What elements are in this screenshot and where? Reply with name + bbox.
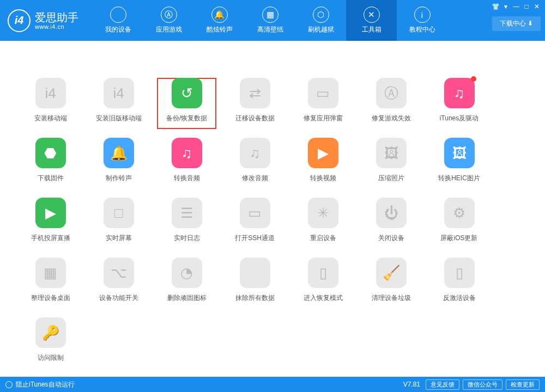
check-update-button[interactable]: 检查更新 [506, 379, 540, 390]
tool-icon: ↺ [172, 78, 202, 108]
tool-备份/恢复数据[interactable]: ↺备份/恢复数据 [153, 74, 221, 133]
tool-label: 设备功能开关 [99, 293, 138, 303]
nav-label: 刷机越狱 [308, 25, 334, 34]
tool-icon: ♫ [444, 78, 475, 108]
tool-下载固件[interactable]: ⬣下载固件 [16, 133, 84, 193]
tool-重启设备[interactable]: ✳重启设备 [289, 193, 357, 253]
menu-dropdown-icon[interactable]: ▾ [501, 2, 511, 11]
tool-屏蔽iOS更新[interactable]: ⚙屏蔽iOS更新 [425, 193, 493, 253]
tool-label: 修改音频 [242, 174, 268, 183]
tool-设备功能开关[interactable]: ⌥设备功能开关 [84, 253, 153, 313]
tool-icon: ⌥ [104, 258, 134, 288]
tool-转换音频[interactable]: ♫转换音频 [153, 133, 221, 193]
tool-进入恢复模式[interactable]: ▯进入恢复模式 [289, 253, 357, 313]
nav-label: 高清壁纸 [257, 25, 283, 34]
tool-label: 整理设备桌面 [31, 293, 70, 303]
tool-label: iTunes及驱动 [440, 114, 479, 123]
window-controls: 👕 ▾ — □ ✕ [487, 0, 545, 13]
tool-整理设备桌面[interactable]: ▦整理设备桌面 [16, 253, 84, 313]
nav-icon: ✕ [364, 7, 380, 23]
tool-修复应用弹窗[interactable]: ▭修复应用弹窗 [289, 74, 357, 133]
maximize-button[interactable]: □ [522, 2, 531, 11]
tool-反激活设备[interactable]: ▯反激活设备 [425, 253, 493, 313]
wechat-button[interactable]: 微信公众号 [463, 379, 502, 390]
tool-压缩照片[interactable]: 🖼压缩照片 [357, 133, 425, 193]
tool-icon: ♫ [240, 138, 270, 168]
logo-text: 爱思助手 www.i4.cn [35, 11, 78, 30]
nav-item-4[interactable]: ⬡刷机越狱 [295, 0, 346, 41]
itunes-block-toggle[interactable]: 阻止iTunes自动运行 [5, 380, 75, 389]
tool-icon: ✳ [308, 198, 338, 228]
tool-迁移设备数据[interactable]: ⇄迁移设备数据 [221, 74, 289, 133]
tool-label: 备份/恢复数据 [166, 114, 207, 123]
tool-icon: ☰ [172, 198, 202, 228]
minimize-button[interactable]: — [511, 2, 521, 11]
tool-icon: ▶ [308, 138, 338, 168]
nav-item-5[interactable]: ✕工具箱 [346, 0, 397, 41]
tool-制作铃声[interactable]: 🔔制作铃声 [84, 133, 153, 193]
tool-icon: ⇄ [240, 78, 270, 108]
tool-打开SSH通道[interactable]: ▭打开SSH通道 [221, 193, 289, 253]
nav-label: 应用游戏 [156, 25, 182, 34]
tool-icon: ▭ [308, 78, 338, 108]
tool-label: 反激活设备 [443, 293, 476, 303]
tool-label: 重启设备 [310, 234, 336, 243]
tool-label: 删除顽固图标 [167, 293, 207, 303]
nav-icon: i [414, 7, 431, 23]
tool-label: 迁移设备数据 [235, 114, 275, 123]
tool-安装移动端[interactable]: i4安装移动端 [16, 74, 84, 133]
tool-icon: ▶ [35, 198, 66, 228]
tool-清理设备垃圾[interactable]: 🧹清理设备垃圾 [357, 253, 425, 313]
version-label: V7.81 [403, 381, 420, 388]
tool-实时屏幕[interactable]: □实时屏幕 [84, 193, 153, 253]
tool-手机投屏直播[interactable]: ▶手机投屏直播 [16, 193, 84, 253]
nav-icon: 🔔 [211, 7, 228, 23]
tool-label: 修复游戏失效 [372, 114, 411, 123]
close-button[interactable]: ✕ [532, 2, 542, 11]
tool-安装旧版移动端[interactable]: i4安装旧版移动端 [84, 74, 153, 133]
download-center-button[interactable]: 下载中心 ⬇ [492, 16, 541, 31]
tool-访问限制[interactable]: 🔑访问限制 [16, 313, 84, 373]
tool-label: 关闭设备 [378, 234, 404, 243]
tool-删除顽固图标[interactable]: ◔删除顽固图标 [153, 253, 221, 313]
footer-right: V7.81 意见反馈 微信公众号 检查更新 [403, 379, 540, 390]
tool-icon: ▦ [35, 258, 66, 288]
tool-label: 屏蔽iOS更新 [440, 234, 477, 243]
tool-label: 进入恢复模式 [304, 293, 343, 303]
nav-item-1[interactable]: Ⓐ应用游戏 [143, 0, 194, 41]
tool-icon: 🧹 [376, 258, 407, 288]
tool-icon: i4 [104, 78, 134, 108]
tool-label: 安装旧版移动端 [96, 114, 142, 123]
tool-抹除所有数据[interactable]: 抹除所有数据 [221, 253, 289, 313]
tool-label: 转换视频 [310, 174, 336, 183]
tool-转换视频[interactable]: ▶转换视频 [289, 133, 357, 193]
tool-实时日志[interactable]: ☰实时日志 [153, 193, 221, 253]
tool-iTunes及驱动[interactable]: ♫iTunes及驱动 [425, 74, 493, 133]
tool-icon: ▭ [240, 198, 270, 228]
app-title: 爱思助手 [35, 11, 78, 23]
tool-修改音频[interactable]: ♫修改音频 [221, 133, 289, 193]
tool-icon: □ [104, 198, 134, 228]
logo[interactable]: i4 爱思助手 www.i4.cn [0, 9, 86, 32]
tool-icon: ▯ [308, 258, 338, 288]
nav-label: 酷炫铃声 [207, 25, 233, 34]
tool-icon: ⚙ [444, 198, 475, 228]
tool-label: 访问限制 [38, 353, 64, 363]
tool-icon: 🔑 [35, 317, 66, 348]
nav-item-3[interactable]: ▦高清壁纸 [245, 0, 295, 41]
feedback-button[interactable]: 意见反馈 [426, 379, 459, 390]
nav-item-2[interactable]: 🔔酷炫铃声 [194, 0, 245, 41]
logo-badge-icon: i4 [8, 9, 31, 32]
tool-icon: ♫ [172, 138, 202, 168]
skin-icon[interactable]: 👕 [491, 2, 500, 11]
tool-修复游戏失效[interactable]: Ⓐ修复游戏失效 [357, 74, 425, 133]
status-bar: 阻止iTunes自动运行 V7.81 意见反馈 微信公众号 检查更新 [0, 377, 545, 392]
app-header: i4 爱思助手 www.i4.cn 我的设备Ⓐ应用游戏🔔酷炫铃声▦高清壁纸⬡刷机… [0, 0, 545, 41]
nav-item-6[interactable]: i教程中心 [397, 0, 447, 41]
nav-item-0[interactable]: 我的设备 [93, 0, 143, 41]
tool-icon: ⏻ [376, 198, 407, 228]
tool-关闭设备[interactable]: ⏻关闭设备 [357, 193, 425, 253]
tool-转换HEIC图片[interactable]: 🖼转换HEIC图片 [425, 133, 493, 193]
tool-icon: 🖼 [444, 138, 475, 168]
tool-label: 压缩照片 [378, 174, 404, 183]
